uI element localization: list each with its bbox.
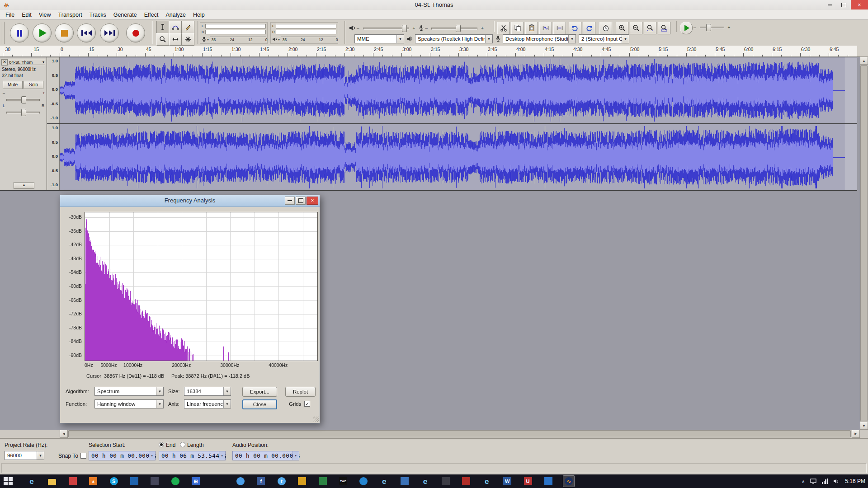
taskbar-icon-evernote[interactable] (317, 475, 329, 487)
vertical-scale-left-channel[interactable]: 1.00.50.0-0.5-1.0 (47, 57, 60, 123)
tray-chevron-icon[interactable]: ∧ (802, 479, 805, 484)
play-button[interactable] (33, 23, 52, 42)
taskbar-icon-word[interactable]: W (501, 475, 513, 487)
vertical-scrollbar[interactable]: ▲ ▼ (860, 56, 868, 430)
selection-end-field[interactable]: 00 h 06 m 53.544 s▾ (159, 451, 226, 460)
taskbar-icon-ie-window-4[interactable]: e (481, 475, 493, 487)
function-select[interactable]: Hanning window▾ (94, 399, 164, 408)
zoom-in-button[interactable] (616, 22, 628, 34)
dialog-close-x-button[interactable]: × (307, 197, 318, 205)
menu-analyze[interactable]: Analyze (162, 11, 189, 19)
record-button[interactable] (126, 23, 145, 42)
taskbar-icon-utorrent[interactable]: U (522, 475, 534, 487)
audio-position-field[interactable]: 00 h 00 m 00.000 s▾ (232, 451, 299, 460)
dialog-title-bar[interactable]: Frequency Analysis × (60, 195, 320, 207)
selection-tool-button[interactable] (156, 21, 169, 33)
timeline-ruler[interactable]: -30-1501530451:001:151:301:452:002:152:3… (0, 46, 868, 57)
size-select[interactable]: 16384▾ (184, 387, 231, 396)
playback-volume-slider[interactable] (359, 24, 413, 32)
taskbar-icon-camera-app[interactable] (440, 475, 452, 487)
taskbar-icon-ie[interactable]: e (26, 475, 38, 487)
axis-select[interactable]: Linear frequency▾ (184, 399, 231, 408)
playback-device-select[interactable]: Speakers (Realtek High Definit▾ (415, 34, 493, 43)
waveform-channel-left[interactable] (60, 57, 857, 123)
taskbar-icon-chrome[interactable] (235, 475, 246, 487)
grids-checkbox[interactable]: ✓ (304, 401, 310, 407)
snap-to-checkbox[interactable] (80, 453, 86, 459)
taskbar-icon-windows-store[interactable]: ⊞ (190, 475, 202, 487)
scroll-up-arrow[interactable]: ▲ (860, 56, 868, 65)
pause-button[interactable] (10, 23, 29, 42)
copy-button[interactable] (511, 22, 524, 34)
taskbar-icon-vlc[interactable]: ▲ (87, 475, 99, 487)
dialog-resize-grip[interactable] (313, 417, 319, 422)
taskbar-icon-settings-app[interactable] (149, 475, 160, 487)
taskbar-icon-adobe-reader[interactable] (460, 475, 472, 487)
taskbar-icon-messaging-app[interactable] (542, 475, 554, 487)
waveform-channel-right[interactable] (60, 124, 857, 190)
cut-button[interactable] (497, 22, 510, 34)
taskbar-icon-spotify[interactable] (170, 475, 181, 487)
zoom-tool-button[interactable] (156, 33, 169, 46)
redo-button[interactable] (583, 22, 595, 34)
taskbar-icon-mail-app[interactable] (399, 475, 410, 487)
stop-button[interactable] (55, 23, 74, 42)
minimize-button[interactable] (823, 0, 837, 9)
pan-slider[interactable] (3, 108, 43, 115)
length-radio[interactable] (180, 442, 185, 447)
track-close-button[interactable]: ✕ (1, 59, 8, 66)
taskbar-icon-onedrive[interactable] (128, 475, 140, 487)
menu-file[interactable]: File (2, 11, 18, 19)
sync-lock-button[interactable] (599, 22, 612, 34)
end-radio[interactable] (159, 442, 164, 447)
audio-host-select[interactable]: MME▾ (354, 34, 404, 43)
taskbar-icon-amber-app[interactable] (296, 475, 308, 487)
taskbar-icon-audacity[interactable]: ∿ (563, 475, 575, 487)
algorithm-select[interactable]: Spectrum▾ (94, 387, 164, 396)
undo-button[interactable] (569, 22, 581, 34)
draw-tool-button[interactable] (182, 21, 194, 33)
export-button[interactable]: Export... (242, 387, 277, 397)
track-collapse-button[interactable]: ▲ (14, 182, 34, 189)
silence-audio-button[interactable] (553, 22, 566, 34)
close-button-dialog[interactable]: Close (242, 399, 277, 409)
spectrum-plot[interactable] (85, 212, 318, 361)
playback-meter[interactable]: L R ▾ -36-24-120 (270, 22, 338, 44)
gain-slider[interactable] (3, 95, 43, 103)
mute-button[interactable]: Mute (3, 81, 23, 89)
paste-button[interactable] (525, 22, 538, 34)
menu-effect[interactable]: Effect (141, 11, 162, 19)
envelope-tool-button[interactable] (169, 21, 182, 33)
scroll-left-arrow[interactable]: ◀ (60, 430, 68, 438)
tray-volume-icon[interactable] (833, 479, 840, 484)
taskbar-icon-weather-channel[interactable]: TWC (337, 475, 349, 487)
recording-device-select[interactable]: Desktop Microphone (Studio -▾ (503, 34, 576, 43)
solo-button[interactable]: Solo (24, 81, 43, 89)
maximize-button[interactable] (837, 0, 851, 9)
tray-network-icon[interactable] (822, 479, 828, 484)
menu-transport[interactable]: Transport (55, 11, 86, 19)
fit-project-button[interactable] (658, 22, 670, 34)
selection-start-field[interactable]: 00 h 00 m 00.000 s▾ (89, 451, 156, 460)
play-at-speed-button[interactable] (680, 22, 693, 34)
vertical-scale-right-channel[interactable]: 1.00.50.0-0.5-1.0 (47, 124, 60, 190)
scroll-right-arrow[interactable]: ▶ (852, 430, 860, 438)
vertical-scroll-thumb[interactable] (860, 65, 868, 421)
horizontal-scrollbar[interactable]: ◀ ▶ (60, 430, 860, 438)
dialog-maximize-button[interactable] (296, 197, 306, 205)
taskbar-icon-skype[interactable]: S (108, 475, 120, 487)
recording-meter[interactable]: L R ▾ -36-24-120 (200, 22, 268, 44)
playback-speed-slider[interactable] (696, 23, 728, 31)
multi-tool-button[interactable] (182, 33, 194, 46)
menu-edit[interactable]: Edit (18, 11, 35, 19)
track-name-menu[interactable]: ▾04-St. Thom (8, 59, 45, 65)
taskbar-icon-ie-window-2[interactable]: e (378, 475, 390, 487)
title-bar[interactable]: 04-St. Thomas × (0, 0, 868, 10)
menu-view[interactable]: View (35, 11, 55, 19)
skip-to-end-button[interactable] (100, 23, 119, 42)
taskbar-icon-media-app[interactable] (67, 475, 79, 487)
start-button[interactable] (4, 477, 15, 486)
timeshift-tool-button[interactable] (169, 33, 182, 46)
tray-pc-icon[interactable] (810, 479, 816, 484)
taskbar-icon-file-explorer[interactable] (46, 475, 58, 487)
